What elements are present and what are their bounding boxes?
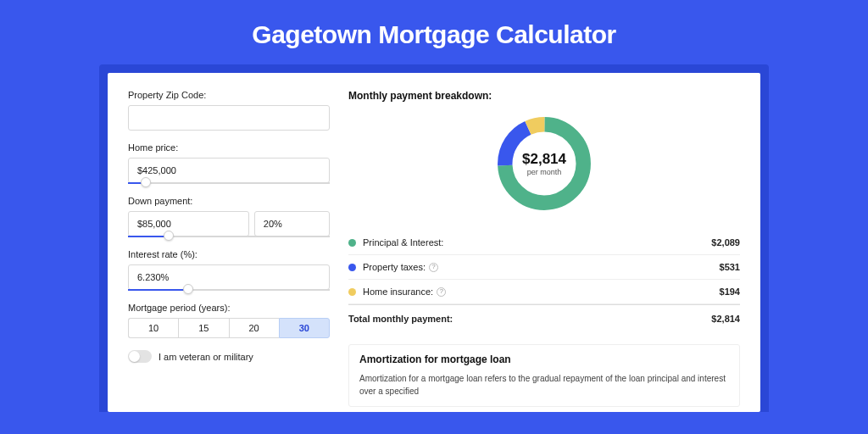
interest-slider-fill: [128, 289, 188, 291]
results-column: Monthly payment breakdown: $2,814 per mo…: [348, 90, 740, 412]
down-payment-percent-input[interactable]: [254, 211, 330, 236]
home-price-slider-thumb[interactable]: [141, 177, 151, 187]
period-option-10[interactable]: 10: [128, 318, 178, 338]
interest-field: Interest rate (%):: [128, 249, 330, 291]
help-icon[interactable]: ?: [429, 263, 438, 272]
home-price-slider[interactable]: [128, 182, 330, 184]
card-frame: Property Zip Code: Home price: Down paym…: [99, 64, 769, 412]
down-payment-amount-input[interactable]: [128, 211, 249, 236]
interest-slider[interactable]: [128, 289, 330, 291]
legend-text-pi: Principal & Interest:: [363, 237, 443, 248]
home-price-field: Home price:: [128, 142, 330, 184]
legend-label-tax: Property taxes: ?: [363, 262, 720, 272]
veteran-label: I am veteran or military: [159, 352, 253, 362]
period-field: Mortgage period (years): 10 15 20 30: [128, 303, 330, 338]
down-payment-slider-fill: [128, 236, 169, 237]
donut-chart-area: $2,814 per month: [348, 112, 740, 215]
zip-field: Property Zip Code:: [128, 90, 330, 131]
donut-center: $2,814 per month: [492, 112, 596, 215]
help-icon[interactable]: ?: [437, 287, 446, 297]
home-price-label: Home price:: [128, 142, 330, 153]
legend-label-ins: Home insurance: ?: [363, 287, 720, 297]
amortization-text: Amortization for a mortgage loan refers …: [359, 372, 729, 398]
legend-row-ins: Home insurance: ? $194: [348, 280, 740, 304]
period-option-30[interactable]: 30: [279, 318, 330, 338]
inputs-column: Property Zip Code: Home price: Down paym…: [128, 90, 330, 412]
amortization-title: Amortization for mortgage loan: [359, 353, 729, 365]
interest-label: Interest rate (%):: [128, 249, 330, 259]
home-price-input[interactable]: [128, 158, 330, 183]
breakdown-title: Monthly payment breakdown:: [348, 90, 740, 102]
down-payment-slider-thumb[interactable]: [164, 231, 174, 241]
legend-text-ins: Home insurance:: [363, 287, 433, 297]
legend-value-pi: $2,089: [711, 237, 740, 248]
down-payment-label: Down payment:: [128, 196, 330, 206]
period-option-15[interactable]: 15: [178, 318, 228, 338]
period-options: 10 15 20 30: [128, 318, 330, 338]
calculator-card: Property Zip Code: Home price: Down paym…: [108, 73, 760, 412]
veteran-toggle[interactable]: [128, 350, 152, 363]
legend-row-pi: Principal & Interest: $2,089: [348, 231, 740, 255]
zip-label: Property Zip Code:: [128, 90, 330, 100]
period-label: Mortgage period (years):: [128, 303, 330, 313]
page-title: Gagetown Mortgage Calculator: [0, 0, 868, 64]
legend-row-tax: Property taxes: ? $531: [348, 255, 740, 280]
legend-value-ins: $194: [720, 287, 740, 297]
amortization-section: Amortization for mortgage loan Amortizat…: [348, 344, 740, 407]
interest-input[interactable]: [128, 264, 330, 290]
down-payment-field: Down payment:: [128, 196, 330, 237]
legend-row-total: Total monthly payment: $2,814: [348, 304, 740, 331]
legend-label-total: Total monthly payment:: [348, 314, 711, 324]
interest-slider-thumb[interactable]: [183, 284, 193, 294]
dot-icon: [348, 264, 356, 271]
period-option-20[interactable]: 20: [229, 318, 279, 338]
legend-label-pi: Principal & Interest:: [363, 237, 711, 248]
dot-icon: [348, 288, 356, 296]
legend-value-total: $2,814: [711, 314, 740, 324]
zip-input[interactable]: [128, 105, 330, 131]
donut-chart: $2,814 per month: [492, 112, 596, 215]
legend-text-tax: Property taxes:: [363, 262, 426, 272]
legend-value-tax: $531: [720, 262, 740, 272]
dot-icon: [348, 239, 356, 247]
down-payment-slider[interactable]: [128, 236, 330, 237]
donut-amount: $2,814: [522, 151, 566, 168]
donut-sub: per month: [527, 168, 562, 176]
veteran-row: I am veteran or military: [128, 350, 330, 363]
